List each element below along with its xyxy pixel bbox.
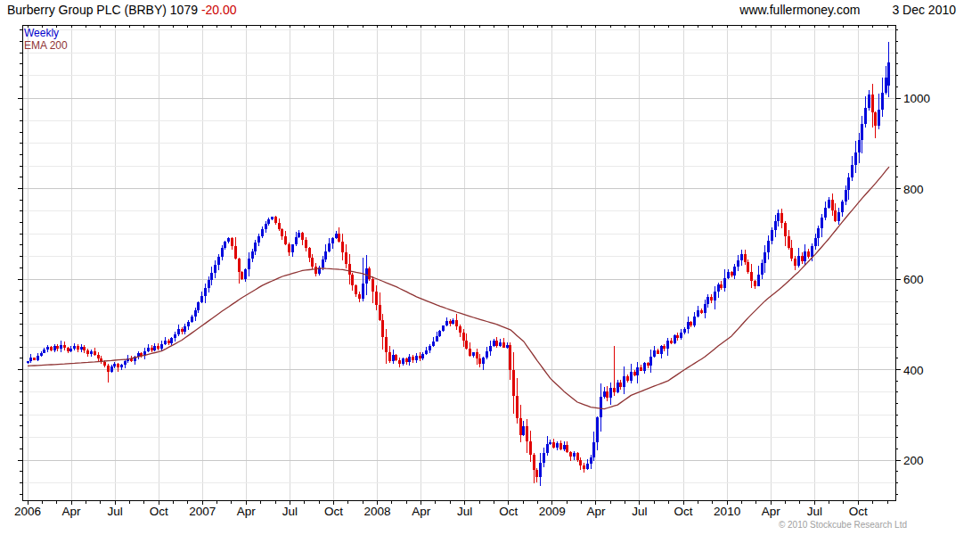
x-axis-label: Jul	[457, 505, 472, 518]
x-axis-label: Jul	[632, 505, 647, 518]
chart-legend: Weekly EMA 200	[24, 27, 68, 52]
y-axis-label: 1000	[903, 92, 930, 105]
x-axis-label: Apr	[586, 505, 606, 518]
price-chart-canvas: 20040060080010002006AprJulOct2007AprJulO…	[0, 0, 980, 535]
x-axis-label: 2007	[189, 505, 216, 518]
x-axis-label: 2008	[364, 505, 391, 518]
x-axis-label: Oct	[674, 505, 693, 518]
y-axis-label: 400	[903, 364, 924, 377]
legend-weekly: Weekly	[24, 27, 68, 39]
x-axis-label: 2006	[14, 505, 41, 518]
x-axis-label: Apr	[762, 505, 781, 518]
x-axis-label: Jul	[108, 505, 123, 518]
x-axis-label: Oct	[499, 505, 518, 518]
x-axis-label: Oct	[849, 505, 868, 518]
x-axis-label: Oct	[324, 505, 343, 518]
chart-page: Burberry Group PLC (BRBY) 1079 -20.00 ww…	[0, 0, 980, 535]
x-axis-label: Jul	[807, 505, 822, 518]
x-axis-label: 2010	[714, 505, 740, 518]
x-axis-label: 2009	[539, 505, 566, 518]
x-axis-label: Oct	[150, 505, 168, 518]
y-axis-label: 800	[903, 183, 924, 196]
legend-ema200: EMA 200	[24, 39, 68, 52]
x-axis-label: Apr	[62, 505, 82, 518]
y-axis-label: 200	[903, 454, 924, 467]
copyright-notice: © 2010 Stockcube Research Ltd	[779, 520, 907, 530]
x-axis-label: Apr	[412, 505, 431, 518]
x-axis-label: Jul	[282, 505, 298, 518]
x-axis-label: Apr	[237, 505, 257, 518]
y-axis-label: 600	[903, 273, 924, 286]
